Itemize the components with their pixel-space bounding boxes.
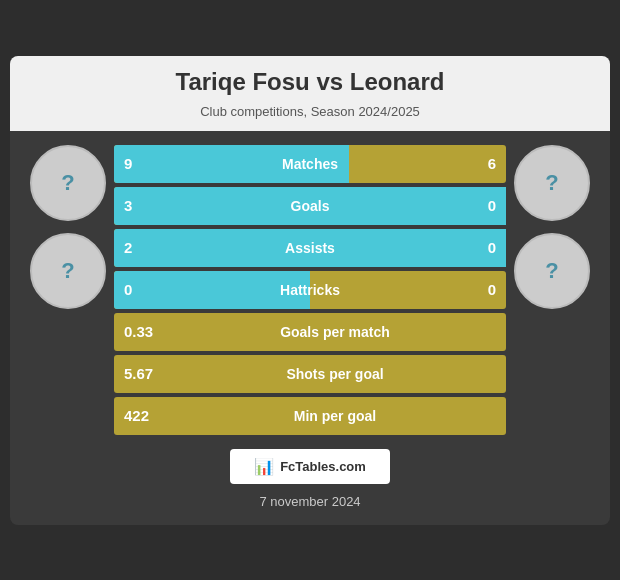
stat-left-val-0: 9	[114, 155, 164, 172]
stat-right-val-0: 6	[456, 155, 506, 172]
stat-label-6: Min per goal	[164, 408, 506, 424]
stat-label-1: Goals	[164, 198, 456, 214]
stat-row-3: 0Hattricks0	[114, 271, 506, 309]
stat-left-val-6: 422	[114, 407, 164, 424]
stat-row-4: 0.33Goals per match	[114, 313, 506, 351]
page-subtitle: Club competitions, Season 2024/2025	[10, 102, 610, 131]
stat-label-0: Matches	[164, 156, 456, 172]
avatar-left-top-icon: ?	[61, 170, 74, 196]
watermark-box: 📊 FcTables.com	[230, 449, 390, 484]
stat-label-3: Hattricks	[164, 282, 456, 298]
avatar-right-bottom: ?	[514, 233, 590, 309]
stat-label-2: Assists	[164, 240, 456, 256]
avatar-right-top-icon: ?	[545, 170, 558, 196]
avatar-left-bottom: ?	[30, 233, 106, 309]
avatar-left-bottom-icon: ?	[61, 258, 74, 284]
stat-left-val-2: 2	[114, 239, 164, 256]
watermark-icon: 📊	[254, 457, 274, 476]
card: Tariqe Fosu vs Leonard Club competitions…	[10, 56, 610, 525]
stat-left-val-5: 5.67	[114, 365, 164, 382]
avatars-left: ? ?	[30, 145, 106, 309]
stat-row-1: 3Goals0	[114, 187, 506, 225]
page-title: Tariqe Fosu vs Leonard	[10, 56, 610, 102]
stat-row-0: 9Matches6	[114, 145, 506, 183]
stat-left-val-3: 0	[114, 281, 164, 298]
stat-row-6: 422Min per goal	[114, 397, 506, 435]
stat-left-val-4: 0.33	[114, 323, 164, 340]
avatar-left-top: ?	[30, 145, 106, 221]
main-area: ? ? 9Matches63Goals02Assists00Hattricks0…	[30, 145, 590, 435]
stat-right-val-1: 0	[456, 197, 506, 214]
stat-right-val-2: 0	[456, 239, 506, 256]
avatar-right-bottom-icon: ?	[545, 258, 558, 284]
stat-row-2: 2Assists0	[114, 229, 506, 267]
watermark-logo: FcTables.com	[280, 459, 366, 474]
stat-row-5: 5.67Shots per goal	[114, 355, 506, 393]
footer-date: 7 november 2024	[30, 494, 590, 509]
stat-label-5: Shots per goal	[164, 366, 506, 382]
avatar-right-top: ?	[514, 145, 590, 221]
stat-right-val-3: 0	[456, 281, 506, 298]
stat-label-4: Goals per match	[164, 324, 506, 340]
watermark-wrap: 📊 FcTables.com	[30, 449, 590, 484]
stat-left-val-1: 3	[114, 197, 164, 214]
stats-container: 9Matches63Goals02Assists00Hattricks00.33…	[114, 145, 506, 435]
avatars-right: ? ?	[514, 145, 590, 309]
